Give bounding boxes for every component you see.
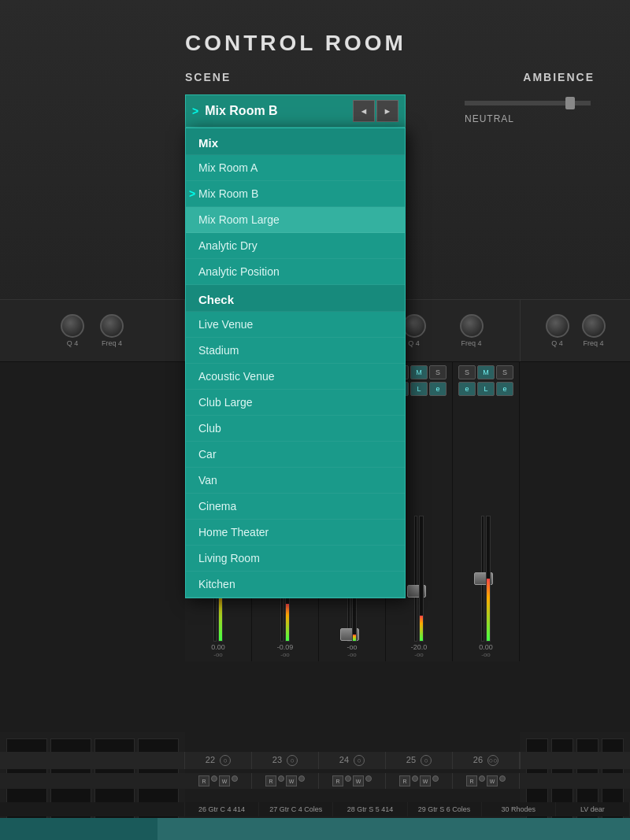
rw-cell-25: R W: [386, 773, 453, 789]
ch-name-24: 28 Gtr S 5 414: [333, 802, 407, 816]
eq-knob-q4-mid-2: Q 4: [402, 314, 426, 347]
ch25-s2-btn[interactable]: S: [429, 365, 447, 379]
nav-next-button[interactable]: ►: [376, 100, 398, 122]
scene-dropdown-menu[interactable]: Mix Mix Room A Mix Room B Mix Room Large…: [185, 128, 406, 598]
ch26-e-btn[interactable]: e: [458, 382, 476, 396]
ch26-eq-row: e L e: [458, 382, 513, 396]
ambience-slider-track[interactable]: [465, 101, 591, 105]
dropdown-item-analytic-position[interactable]: Analytic Position: [186, 259, 405, 285]
scene-ambience-row: SCENE AMBIENCE: [185, 71, 610, 83]
dropdown-item-live-venue[interactable]: Live Venue: [186, 312, 405, 338]
ch25-e2-btn[interactable]: e: [429, 382, 447, 396]
eq-label-mid2: Q 4: [408, 339, 420, 347]
rw-dot-25: [412, 775, 418, 782]
ch-num-spacer: [0, 752, 185, 769]
rw-r-23[interactable]: R: [265, 775, 276, 786]
eq-freq-knob-right[interactable]: [582, 314, 606, 338]
scene-arrow: >: [192, 105, 198, 117]
ch26-e2-btn[interactable]: e: [496, 382, 513, 396]
dropdown-item-club[interactable]: Club: [186, 416, 405, 442]
eq-knob-q4-left-1: Q 4: [61, 314, 84, 347]
dropdown-item-acoustic-venue[interactable]: Acoustic Venue: [186, 364, 405, 390]
ch25-fader-track[interactable]: [414, 516, 417, 642]
ch26-m-btn[interactable]: M: [477, 365, 495, 379]
rw-w-26[interactable]: W: [487, 775, 498, 786]
dropdown-item-cinema[interactable]: Cinema: [186, 494, 405, 520]
ch25-level-fill: [420, 616, 423, 641]
ch26-level-meter: [486, 516, 491, 642]
rw-r-22[interactable]: R: [198, 775, 209, 786]
scene-name: Mix Room B: [198, 104, 353, 118]
ambience-label: AMBIENCE: [523, 71, 595, 83]
dropdown-item-kitchen[interactable]: Kitchen: [186, 572, 405, 598]
ch-name-22: 26 Gtr C 4 414: [185, 802, 259, 816]
rw-row: R W R W R W R W R W: [0, 773, 630, 789]
dropdown-item-analytic-dry[interactable]: Analytic Dry: [186, 233, 405, 259]
ambience-area: NEUTRAL: [465, 94, 606, 124]
rw-w-24[interactable]: W: [353, 775, 364, 786]
bottom-scrollbar-thumb[interactable]: [0, 818, 158, 840]
eq-freq-label-1: Freq 4: [102, 339, 122, 347]
scene-label: SCENE: [185, 71, 231, 83]
rw-dot-22: [211, 775, 217, 782]
ch-23-circle: ○: [287, 755, 298, 766]
ch-22-circle: ○: [220, 755, 231, 766]
ambience-slider-thumb[interactable]: [565, 97, 575, 109]
rw-spacer-right: [520, 773, 630, 789]
rw-cell-24: R W: [319, 773, 386, 789]
rw-w-22[interactable]: W: [219, 775, 230, 786]
ch26-s2-btn[interactable]: S: [496, 365, 513, 379]
rw-r-24[interactable]: R: [332, 775, 343, 786]
dropdown-item-van[interactable]: Van: [186, 468, 405, 494]
ch25-m-btn[interactable]: M: [410, 365, 428, 379]
rw-spacer-left: [0, 773, 185, 789]
ch26-s-btn[interactable]: S: [458, 365, 476, 379]
eq-knob-freq-right: Freq 4: [582, 314, 606, 347]
ch26-fader-track[interactable]: [481, 516, 484, 642]
ch25-l-btn[interactable]: L: [410, 382, 428, 396]
ch23-fader-val: -0.09: [277, 643, 294, 651]
eq-knob-freq-left-1: Freq 4: [100, 314, 124, 347]
ch-24-circle: ○: [354, 755, 365, 766]
dropdown-item-stadium[interactable]: Stadium: [186, 338, 405, 364]
ch26-level-fill: [487, 579, 490, 641]
ch25-meter-val: -oo: [414, 651, 424, 658]
dropdown-item-mix-room-large[interactable]: Mix Room Large: [186, 207, 405, 233]
ch22-fader-val: 0.00: [211, 643, 225, 651]
bottom-scrollbar[interactable]: [0, 818, 630, 840]
dropdown-item-home-theater[interactable]: Home Theater: [186, 520, 405, 546]
ch25-level-meter: [419, 516, 424, 642]
nav-arrows: ◄ ►: [353, 100, 398, 122]
nav-prev-button[interactable]: ◄: [353, 100, 375, 122]
dropdown-item-mix-room-b[interactable]: Mix Room B: [186, 181, 405, 207]
rw-r-26[interactable]: R: [466, 775, 477, 786]
eq-freq-knob[interactable]: [100, 314, 124, 338]
scene-selector[interactable]: > Mix Room B ◄ ►: [185, 94, 406, 128]
ch-name-spacer: [0, 802, 185, 816]
eq-knob-right[interactable]: [546, 314, 569, 338]
ch-num-spacer-right: [520, 752, 630, 769]
eq-knob-freq-mid-2: Freq 4: [460, 314, 484, 347]
ch-num-25: 25 ○: [386, 752, 453, 769]
rw-dot2-23: [298, 775, 305, 782]
ch-name-25: 29 Gtr S 6 Coles: [408, 802, 482, 816]
eq-knob-mid2[interactable]: [402, 314, 426, 338]
ch26-fader-val: 0.00: [479, 643, 493, 651]
dropdown-item-car[interactable]: Car: [186, 442, 405, 468]
ch25-fader-val: -20.0: [411, 643, 428, 651]
control-room-header: CONTROL ROOM: [185, 24, 610, 63]
ch-26-circle: ○○: [487, 755, 498, 766]
channel-name-row: 26 Gtr C 4 414 27 Gtr C 4 Coles 28 Gtr S…: [0, 802, 630, 816]
eq-freq-knob-mid2[interactable]: [460, 314, 484, 338]
rw-w-25[interactable]: W: [420, 775, 431, 786]
dropdown-item-club-large[interactable]: Club Large: [186, 390, 405, 416]
eq-knob[interactable]: [61, 314, 84, 338]
rw-r-25[interactable]: R: [399, 775, 410, 786]
rw-cell-22: R W: [185, 773, 252, 789]
ch26-l-btn[interactable]: L: [477, 382, 495, 396]
dropdown-item-living-room[interactable]: Living Room: [186, 546, 405, 572]
dropdown-item-mix-room-a[interactable]: Mix Room A: [186, 155, 405, 181]
rw-w-23[interactable]: W: [286, 775, 297, 786]
ch26-meter-val: -oo: [481, 651, 491, 658]
eq-label-right: Q 4: [551, 339, 563, 347]
